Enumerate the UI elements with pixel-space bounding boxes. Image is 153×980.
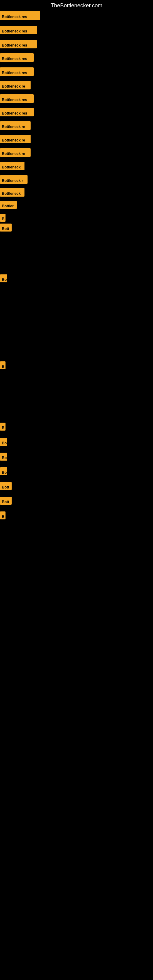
bottleneck-button-3[interactable]: Bottleneck res [0, 40, 37, 48]
bottleneck-button-20[interactable]: B [0, 423, 5, 431]
bottleneck-button-10[interactable]: Bottleneck re [0, 135, 30, 143]
bottleneck-button-25[interactable]: Bott [0, 497, 12, 505]
bottleneck-button-9[interactable]: Bottleneck re [0, 121, 30, 130]
bottleneck-button-22[interactable]: Bo [0, 453, 7, 461]
bottleneck-button-14[interactable]: Bottleneck [0, 188, 24, 197]
bottleneck-button-23[interactable]: Bo [0, 467, 7, 475]
line-marker-1 [0, 242, 0, 260]
line-marker-2 [0, 346, 0, 355]
bottleneck-button-4[interactable]: Bottleneck res [0, 53, 33, 62]
bottleneck-button-15[interactable]: Bottler [0, 201, 17, 209]
bottleneck-button-11[interactable]: Bottleneck re [0, 148, 30, 157]
bottleneck-button-6[interactable]: Bottleneck re [0, 81, 30, 89]
bottleneck-button-1[interactable]: Bottleneck res [0, 11, 40, 20]
bottleneck-button-17[interactable]: Bott [0, 224, 12, 232]
bottleneck-button-13[interactable]: Bottleneck r [0, 175, 27, 184]
bottleneck-button-18[interactable]: Bo [0, 274, 7, 282]
bottleneck-button-21[interactable]: Bo [0, 438, 7, 446]
bottleneck-button-24[interactable]: Bott [0, 482, 12, 490]
bottleneck-button-26[interactable]: B [0, 511, 5, 519]
bottleneck-button-5[interactable]: Bottleneck res [0, 67, 33, 76]
bottleneck-button-12[interactable]: Bottleneck [0, 162, 24, 170]
bottleneck-button-2[interactable]: Bottleneck res [0, 26, 37, 34]
bottleneck-button-19[interactable]: B [0, 361, 5, 369]
bottleneck-button-7[interactable]: Bottleneck res [0, 94, 33, 103]
bottleneck-button-8[interactable]: Bottleneck res [0, 108, 33, 116]
site-title: TheBottlenecker.com [0, 0, 153, 11]
bottleneck-button-16[interactable]: B [0, 214, 5, 222]
